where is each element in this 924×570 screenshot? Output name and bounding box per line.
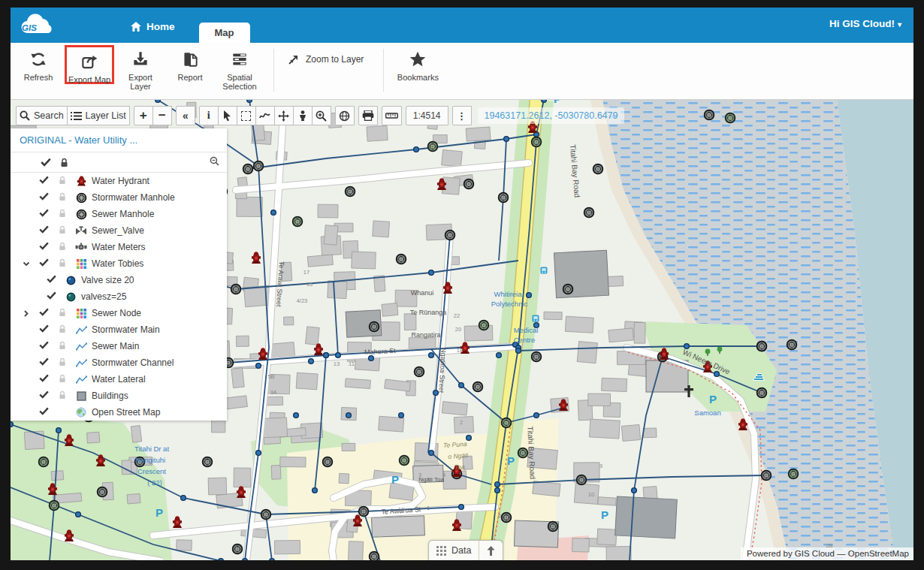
- globe-map-tool[interactable]: [335, 106, 355, 125]
- layer-label[interactable]: Water Meters: [92, 242, 146, 252]
- layer-row: Stormwater Manhole: [11, 189, 227, 206]
- layer-lock-icon[interactable]: [59, 258, 69, 270]
- layer-symbol-manhole: [75, 209, 87, 220]
- bookmarks-button[interactable]: Bookmarks: [393, 43, 442, 99]
- layer-visibility-check[interactable]: [39, 308, 51, 318]
- top-bar: GIS Home Map Hi GIS Cloud!▾: [11, 8, 913, 43]
- svg-text:P: P: [709, 393, 717, 406]
- bookmarks-icon: [408, 50, 427, 69]
- layer-visibility-check[interactable]: [39, 407, 51, 418]
- back-map-tool[interactable]: «: [176, 106, 195, 125]
- layer-label[interactable]: Open Street Map: [92, 407, 160, 418]
- svg-text:Samoan: Samoan: [694, 409, 720, 417]
- svg-text:P: P: [601, 508, 608, 521]
- layer-lock-icon[interactable]: [59, 391, 69, 402]
- data-tab-label: Data: [451, 545, 471, 556]
- lasso-map-tool[interactable]: [255, 106, 275, 125]
- layer-visibility-check[interactable]: [39, 192, 51, 203]
- data-grid-button[interactable]: Data: [429, 541, 479, 560]
- layer-lock-icon[interactable]: [59, 192, 69, 204]
- layer-label[interactable]: Water Hydrant: [92, 176, 149, 186]
- tab-map[interactable]: Map: [199, 23, 250, 43]
- svg-text:2: 2: [460, 419, 463, 426]
- layer-label[interactable]: Sewer Manhole: [92, 209, 154, 219]
- layer-visibility-check[interactable]: [39, 341, 51, 351]
- layer-visibility-check[interactable]: [39, 176, 51, 186]
- move-map-tool[interactable]: [274, 106, 294, 125]
- pointer-map-tool[interactable]: [218, 106, 237, 125]
- zoom-to-layer-button[interactable]: Zoom to Layer: [283, 43, 374, 65]
- plus-map-tool[interactable]: +: [134, 106, 153, 125]
- layer-label[interactable]: Stormwater Channel: [92, 357, 174, 368]
- layer-symbol-manhole: [75, 192, 87, 204]
- layer-visibility-check[interactable]: [47, 291, 59, 302]
- layer-lock-icon[interactable]: [59, 374, 69, 385]
- list-map-tool[interactable]: Layer List: [67, 106, 130, 125]
- layer-label[interactable]: Water Lateral: [92, 374, 146, 385]
- minus-map-tool[interactable]: −: [152, 106, 172, 125]
- nav-home[interactable]: Home: [131, 21, 186, 43]
- spatial-selection-icon: [230, 50, 249, 69]
- layer-lock-icon[interactable]: [59, 242, 69, 253]
- layer-symbol-meter: [75, 243, 87, 252]
- spatial-selection-button[interactable]: Spatial Selection: [215, 43, 264, 99]
- layer-lock-icon[interactable]: [59, 176, 69, 187]
- export-layer-button[interactable]: Export Layer: [116, 43, 165, 99]
- zoombox-map-tool[interactable]: [312, 106, 331, 125]
- layer-visibility-check[interactable]: [39, 324, 51, 335]
- layer-lock-icon[interactable]: [59, 341, 69, 352]
- svg-text:GIS: GIS: [22, 23, 37, 32]
- layer-lock-icon[interactable]: [59, 225, 69, 237]
- pegman-map-tool[interactable]: [293, 106, 313, 125]
- refresh-icon: [29, 50, 48, 69]
- layer-label[interactable]: Sewer Node: [92, 308, 141, 318]
- layer-label[interactable]: Stormwater Main: [92, 324, 160, 335]
- layer-row: valvesz=25: [11, 288, 227, 305]
- svg-text:P: P: [507, 454, 515, 467]
- layer-lock-icon[interactable]: [59, 324, 69, 336]
- data-expand-button[interactable]: [479, 541, 503, 560]
- layer-panel-header: [11, 152, 227, 173]
- layer-visibility-check[interactable]: [39, 225, 51, 236]
- bookmarks-label: Bookmarks: [397, 73, 439, 82]
- refresh-button[interactable]: Refresh: [14, 43, 63, 99]
- scale-map-tool[interactable]: 1:4514: [406, 106, 448, 125]
- info-map-tool[interactable]: i: [199, 106, 219, 125]
- layer-label[interactable]: Stormwater Manhole: [92, 192, 175, 203]
- lock-all-icon[interactable]: [60, 158, 68, 167]
- kebab-map-tool[interactable]: ⋮: [452, 106, 472, 125]
- layer-label[interactable]: Sewer Main: [92, 341, 139, 351]
- layer-label[interactable]: Valve size 20: [81, 275, 134, 285]
- layer-visibility-check[interactable]: [39, 209, 51, 219]
- layer-lock-icon[interactable]: [59, 209, 69, 220]
- print-map-tool[interactable]: [358, 106, 378, 125]
- layer-label[interactable]: Water Tobies: [92, 258, 143, 269]
- zoom-to-extent-icon[interactable]: [210, 156, 219, 166]
- layer-label[interactable]: valvesz=25: [81, 291, 126, 302]
- layer-expander-icon[interactable]: [21, 261, 32, 267]
- svg-text:13: 13: [334, 360, 340, 367]
- search-map-tool[interactable]: Search: [16, 106, 68, 125]
- layer-expander-icon[interactable]: [21, 310, 32, 317]
- layer-visibility-check[interactable]: [39, 391, 51, 401]
- layer-label[interactable]: Sewer_Valve: [92, 225, 144, 236]
- report-button[interactable]: Report: [165, 43, 215, 99]
- user-menu[interactable]: Hi GIS Cloud!▾: [829, 18, 901, 29]
- layer-lock-icon[interactable]: [59, 357, 69, 369]
- data-panel-tab: Data: [428, 540, 503, 560]
- layer-label[interactable]: Buildings: [92, 391, 128, 401]
- svg-text:11: 11: [349, 360, 355, 367]
- layer-visibility-check[interactable]: [47, 275, 59, 285]
- svg-text:17: 17: [303, 269, 310, 276]
- rectsel-map-tool[interactable]: [237, 106, 256, 125]
- layer-visibility-check[interactable]: [39, 357, 51, 368]
- layer-visibility-check[interactable]: [39, 374, 51, 385]
- layer-lock-icon[interactable]: [59, 308, 69, 319]
- check-all-icon[interactable]: [41, 158, 51, 167]
- export-map-button[interactable]: Export Map: [65, 45, 114, 84]
- svg-text:4/23: 4/23: [297, 297, 308, 304]
- map-canvas[interactable]: PPPPPPPTitahi Bay RoadTitahi Bay RoadWi …: [11, 100, 913, 560]
- measure-map-tool[interactable]: [382, 106, 402, 125]
- layer-visibility-check[interactable]: [39, 242, 51, 252]
- layer-visibility-check[interactable]: [39, 258, 51, 269]
